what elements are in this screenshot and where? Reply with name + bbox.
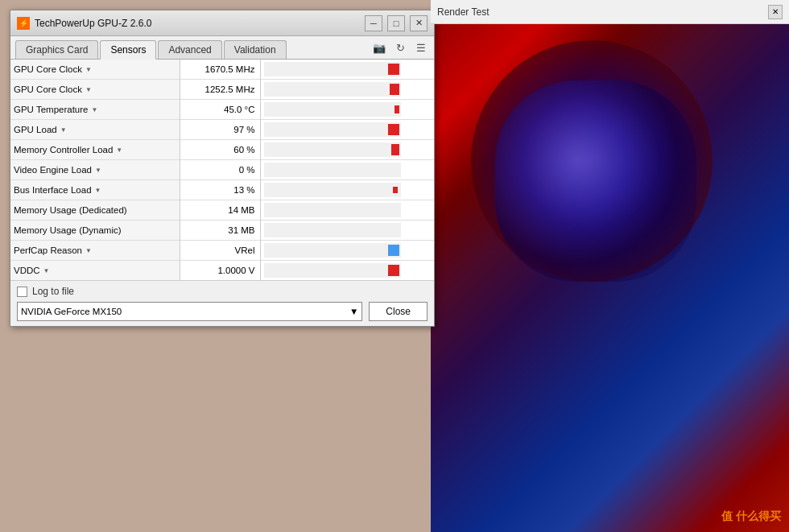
sensor-bar-cell [260, 221, 434, 241]
maximize-button[interactable]: □ [387, 15, 405, 31]
sensor-name: Memory Usage (Dedicated) [14, 205, 127, 215]
sensor-value: 97 % [180, 120, 260, 140]
sensor-bar-cell [260, 80, 434, 100]
log-to-file-label: Log to file [32, 286, 74, 297]
sensor-dropdown-arrow[interactable]: ▼ [91, 106, 97, 113]
sensor-row: GPU Temperature▼45.0 °C [10, 100, 434, 120]
sensor-name-cell: Bus Interface Load▼ [10, 180, 180, 200]
sensor-name: GPU Core Clock [14, 85, 82, 94]
sensor-value: 1670.5 MHz [180, 60, 260, 80]
sensor-row: Memory Usage (Dedicated)14 MB [10, 200, 434, 221]
sensor-value: 0 % [180, 160, 260, 180]
bottom-controls: NVIDIA GeForce MX150 ▼ Close [17, 302, 428, 321]
sensor-dropdown-arrow[interactable]: ▼ [116, 146, 122, 154]
bottom-area: Log to file NVIDIA GeForce MX150 ▼ Close [10, 280, 434, 326]
sensor-name-cell: PerfCap Reason▼ [10, 241, 180, 261]
sensor-row: Video Engine Load▼0 % [10, 160, 434, 180]
sensor-value: VRel [180, 241, 260, 261]
sensor-row: Memory Usage (Dynamic)31 MB [10, 221, 434, 241]
camera-icon-button[interactable]: 📷 [371, 39, 387, 56]
sensor-dropdown-arrow[interactable]: ▼ [43, 267, 50, 274]
menu-icon-button[interactable]: ☰ [413, 39, 429, 56]
sensor-name: Memory Usage (Dynamic) [14, 225, 122, 235]
sensor-dropdown-arrow[interactable]: ▼ [95, 167, 101, 174]
log-checkbox-row: Log to file [17, 286, 428, 297]
sensor-value: 1252.5 MHz [180, 80, 260, 100]
sensor-bar-container [264, 122, 401, 137]
sensor-bar-cell [260, 180, 434, 200]
sensor-name: Bus Interface Load [14, 185, 92, 195]
sensor-bar-indicator [391, 144, 399, 155]
sensor-bar-container [264, 142, 401, 157]
gpu-z-window: ⚡ TechPowerUp GPU-Z 2.6.0 ─ □ ✕ Graphics… [10, 10, 435, 327]
sensor-name-cell: Memory Usage (Dynamic) [10, 221, 180, 241]
sensor-bar-cell [260, 100, 434, 120]
render-window-title: Render Test [437, 6, 768, 18]
sensor-bar-container [264, 102, 401, 117]
sensor-dropdown-arrow[interactable]: ▼ [85, 86, 92, 93]
sensor-value: 13 % [180, 180, 260, 200]
sensor-row: GPU Core Clock▼1670.5 MHz [10, 60, 434, 80]
sensor-name-cell: Memory Usage (Dedicated) [10, 200, 180, 221]
sensor-bar-container [264, 203, 401, 217]
gpu-select-arrow: ▼ [349, 307, 358, 316]
sensor-name-cell: GPU Core Clock▼ [10, 60, 180, 80]
sensor-name: Video Engine Load [14, 165, 92, 175]
sensor-dropdown-arrow[interactable]: ▼ [60, 126, 67, 134]
sensor-bar-indicator [388, 245, 399, 256]
render-window [431, 0, 789, 532]
sensor-bar-indicator [388, 64, 399, 75]
minimize-button[interactable]: ─ [365, 15, 382, 31]
gpu-select-dropdown[interactable]: NVIDIA GeForce MX150 ▼ [17, 302, 362, 321]
tab-sensors[interactable]: Sensors [100, 40, 156, 60]
window-close-button[interactable]: ✕ [410, 15, 428, 31]
sensor-value: 1.0000 V [180, 261, 260, 281]
sensor-name-cell: Video Engine Load▼ [10, 160, 180, 180]
sensor-bar-cell [260, 60, 434, 80]
sensor-dropdown-arrow[interactable]: ▼ [85, 66, 92, 73]
sensor-bar-container [264, 183, 401, 197]
sensor-bar-container [264, 263, 401, 278]
title-bar: ⚡ TechPowerUp GPU-Z 2.6.0 ─ □ ✕ [10, 10, 434, 36]
sensor-name-cell: GPU Temperature▼ [10, 100, 180, 120]
sensor-bar-container [264, 62, 401, 76]
sensor-name: GPU Temperature [14, 105, 88, 114]
sensor-row: PerfCap Reason▼VRel [10, 241, 434, 261]
sensors-table: GPU Core Clock▼1670.5 MHzGPU Core Clock▼… [10, 60, 434, 280]
sensor-value: 60 % [180, 140, 260, 160]
sensor-name: GPU Load [14, 125, 57, 134]
gpu-select-value: NVIDIA GeForce MX150 [21, 307, 122, 316]
sensor-name-cell: GPU Load▼ [10, 120, 180, 140]
tab-bar: Graphics Card Sensors Advanced Validatio… [10, 36, 434, 60]
sensor-dropdown-arrow[interactable]: ▼ [85, 247, 92, 254]
sensor-bar-cell [260, 160, 434, 180]
render-close-button[interactable]: ✕ [768, 5, 783, 19]
render-title-bar: Render Test ✕ [431, 0, 789, 24]
refresh-icon-button[interactable]: ↻ [392, 39, 408, 56]
app-icon: ⚡ [17, 17, 30, 30]
sensor-bar-cell [260, 120, 434, 140]
tab-advanced[interactable]: Advanced [158, 40, 221, 59]
sensor-row: Bus Interface Load▼13 % [10, 180, 434, 200]
sensor-bar-container [264, 243, 401, 258]
close-button[interactable]: Close [369, 302, 428, 321]
sensor-bar-container [264, 163, 401, 177]
sensor-value: 45.0 °C [180, 100, 260, 120]
sensors-content: GPU Core Clock▼1670.5 MHzGPU Core Clock▼… [10, 60, 434, 280]
sensor-name: GPU Core Clock [14, 64, 82, 74]
sensor-bar-indicator [393, 187, 398, 193]
sensor-dropdown-arrow[interactable]: ▼ [95, 187, 101, 194]
sensor-bar-cell [260, 140, 434, 160]
sensor-name-cell: VDDC▼ [10, 261, 180, 281]
sensor-bar-indicator [390, 84, 399, 95]
sensor-row: GPU Load▼97 % [10, 120, 434, 140]
sensor-name-cell: GPU Core Clock▼ [10, 80, 180, 100]
sensor-name-cell: Memory Controller Load▼ [10, 140, 180, 160]
tab-graphics-card[interactable]: Graphics Card [15, 40, 98, 59]
tab-validation[interactable]: Validation [224, 40, 287, 59]
sensor-bar-indicator [394, 105, 399, 113]
sensor-name: PerfCap Reason [14, 245, 82, 255]
sensor-bar-cell [260, 241, 434, 261]
log-to-file-checkbox[interactable] [17, 287, 27, 297]
sensor-row: Memory Controller Load▼60 % [10, 140, 434, 160]
